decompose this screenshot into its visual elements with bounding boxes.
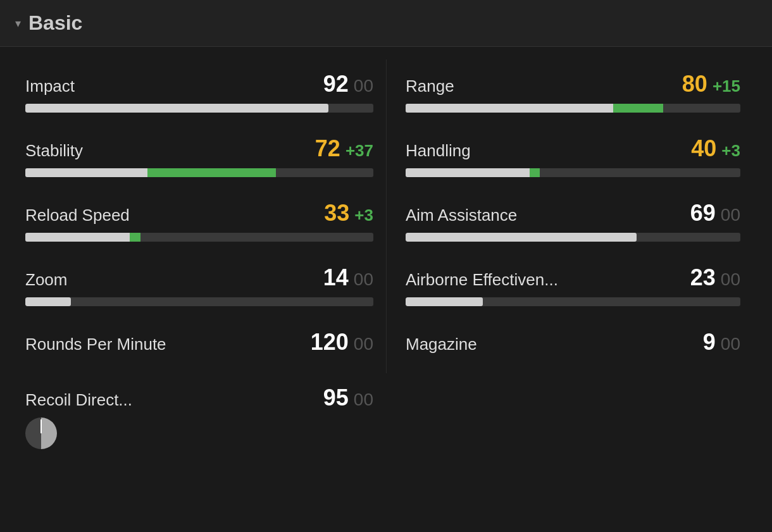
stat-bonus-reload-speed: +3	[354, 206, 373, 225]
stat-name-recoil-direction: Recoil Direct...	[25, 390, 132, 410]
stat-bonus-handling: +3	[721, 141, 740, 161]
stat-value-handling: 40	[691, 135, 716, 162]
stat-bonus-recoil-direction: 00	[354, 390, 373, 410]
stat-values-zoom: 1400	[323, 264, 373, 291]
stat-value-magazine: 9	[703, 329, 716, 356]
stat-name-zoom: Zoom	[25, 270, 67, 290]
stat-bonus-airborne-effectiveness: 00	[721, 269, 740, 290]
stat-item-recoil-direction: Recoil Direct...9500	[19, 373, 386, 461]
progress-bar-stability	[25, 168, 373, 177]
stat-item-reload-speed: Reload Speed33+3	[19, 189, 386, 253]
progress-bar-airborne-effectiveness	[406, 297, 740, 306]
stat-name-range: Range	[406, 77, 454, 96]
stat-header-impact: Impact9200	[25, 71, 373, 97]
stat-name-stability: Stability	[25, 141, 83, 161]
stat-header-recoil-direction: Recoil Direct...9500	[25, 385, 373, 411]
stat-item-airborne-effectiveness: Airborne Effectiven...2300	[386, 253, 753, 318]
stat-item-magazine: Magazine900	[386, 318, 753, 373]
stat-values-recoil-direction: 9500	[323, 385, 373, 411]
stat-header-range: Range80+15	[406, 71, 740, 97]
stat-header-airborne-effectiveness: Airborne Effectiven...2300	[406, 264, 740, 291]
stat-value-stability: 72	[315, 135, 340, 162]
stats-right-column: Range80+15Handling40+3Aim Assistance6900…	[386, 59, 753, 461]
stat-values-rounds-per-minute: 12000	[311, 329, 373, 356]
stat-header-magazine: Magazine900	[406, 329, 740, 356]
stat-value-aim-assistance: 69	[690, 200, 716, 226]
stat-item-stability: Stability72+37	[19, 124, 386, 189]
stat-bonus-magazine: 00	[721, 334, 740, 354]
stat-values-aim-assistance: 6900	[690, 200, 740, 226]
stat-item-handling: Handling40+3	[386, 124, 753, 189]
stat-name-airborne-effectiveness: Airborne Effectiven...	[406, 270, 558, 290]
progress-bar-aim-assistance	[406, 233, 740, 242]
stat-header-reload-speed: Reload Speed33+3	[25, 200, 373, 226]
progress-bar-reload-speed	[25, 233, 373, 242]
stat-value-range: 80	[682, 71, 707, 97]
stats-left-column: Impact9200Stability72+37Reload Speed33+3…	[19, 59, 386, 461]
stat-value-airborne-effectiveness: 23	[690, 264, 716, 291]
stat-bonus-range: +15	[713, 77, 740, 96]
stat-values-airborne-effectiveness: 2300	[690, 264, 740, 291]
stat-header-handling: Handling40+3	[406, 135, 740, 162]
progress-bar-range	[406, 104, 740, 113]
stat-name-reload-speed: Reload Speed	[25, 206, 130, 225]
stat-header-zoom: Zoom1400	[25, 264, 373, 291]
stat-name-impact: Impact	[25, 77, 75, 96]
stat-item-zoom: Zoom1400	[19, 253, 386, 318]
stat-bonus-stability: +37	[346, 141, 373, 161]
stat-name-handling: Handling	[406, 141, 471, 161]
stat-bonus-impact: 00	[354, 76, 373, 96]
progress-bar-zoom	[25, 297, 373, 306]
stat-values-range: 80+15	[682, 71, 740, 97]
stat-values-stability: 72+37	[315, 135, 373, 162]
stat-header-rounds-per-minute: Rounds Per Minute12000	[25, 329, 373, 356]
stat-values-handling: 40+3	[691, 135, 740, 162]
stat-value-impact: 92	[323, 71, 349, 97]
stat-value-recoil-direction: 95	[323, 385, 349, 411]
stat-value-reload-speed: 33	[324, 200, 349, 226]
progress-bar-handling	[406, 168, 740, 177]
recoil-dial-recoil-direction	[25, 418, 57, 449]
stat-value-rounds-per-minute: 120	[311, 329, 349, 356]
stat-name-aim-assistance: Aim Assistance	[406, 206, 517, 225]
header: ▾ Basic	[0, 0, 772, 47]
stat-item-aim-assistance: Aim Assistance6900	[386, 189, 753, 253]
stat-values-reload-speed: 33+3	[324, 200, 373, 226]
stat-name-magazine: Magazine	[406, 335, 477, 354]
stat-values-magazine: 900	[703, 329, 740, 356]
stat-item-impact: Impact9200	[19, 59, 386, 124]
stat-bonus-aim-assistance: 00	[721, 205, 740, 225]
progress-bar-impact	[25, 104, 373, 113]
stat-name-rounds-per-minute: Rounds Per Minute	[25, 335, 166, 354]
chevron-icon[interactable]: ▾	[15, 16, 21, 30]
stat-bonus-rounds-per-minute: 00	[354, 334, 373, 354]
stat-item-range: Range80+15	[386, 59, 753, 124]
stats-container: Impact9200Stability72+37Reload Speed33+3…	[0, 47, 772, 473]
stat-header-aim-assistance: Aim Assistance6900	[406, 200, 740, 226]
stat-header-stability: Stability72+37	[25, 135, 373, 162]
section-title: Basic	[28, 11, 82, 35]
stat-value-zoom: 14	[323, 264, 349, 291]
stat-item-rounds-per-minute: Rounds Per Minute12000	[19, 318, 386, 373]
stat-values-impact: 9200	[323, 71, 373, 97]
stat-bonus-zoom: 00	[354, 269, 373, 290]
